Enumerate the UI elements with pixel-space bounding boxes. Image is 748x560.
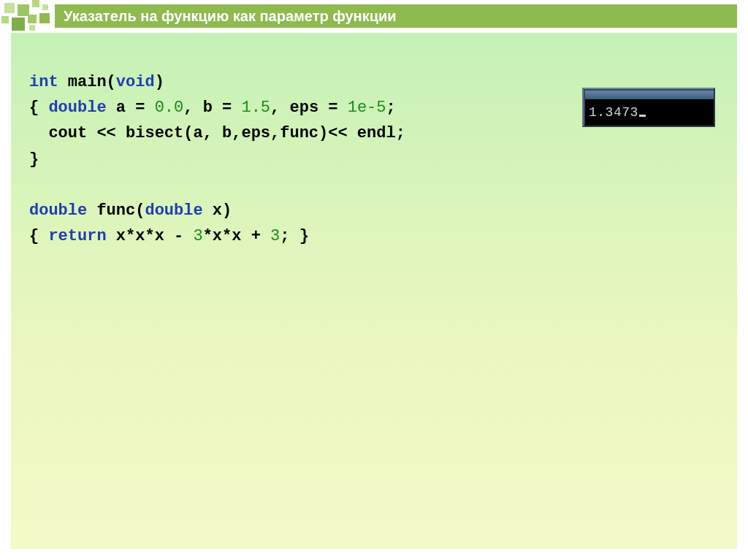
kw-int: int	[29, 73, 58, 91]
console-body: 1.3473	[584, 89, 714, 126]
title-bar: Указатель на функцию как параметр функци…	[55, 4, 737, 28]
console-window: 1.3473	[582, 88, 715, 127]
code-line-4: }	[29, 150, 39, 169]
kw-void: void	[116, 73, 155, 91]
code-line-3: cout << bisect(a, b,eps,func)<< endl;	[29, 124, 405, 142]
logo-squares	[0, 0, 57, 31]
code-block: int main(void) { double a = 0.0, b = 1.5…	[29, 69, 405, 249]
cursor-icon	[639, 115, 646, 117]
content-area: int main(void) { double a = 0.0, b = 1.5…	[11, 33, 737, 549]
kw-return: return	[48, 227, 106, 245]
kw-double2: double	[29, 202, 87, 220]
kw-double: double	[48, 99, 106, 117]
slide: Указатель на функцию как параметр функци…	[0, 0, 748, 560]
console-output: 1.3473	[589, 106, 710, 119]
slide-title: Указатель на функцию как параметр функци…	[64, 8, 397, 25]
